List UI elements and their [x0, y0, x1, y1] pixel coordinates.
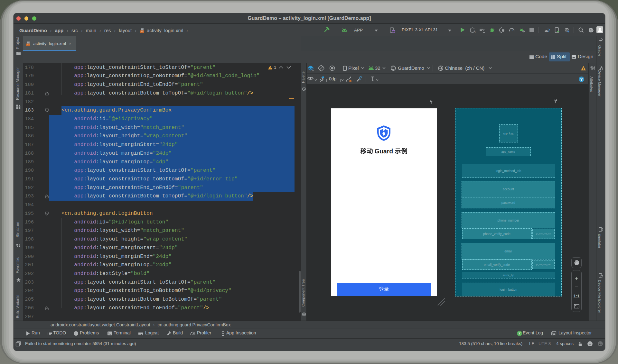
svg-text:<>: <> — [141, 31, 144, 33]
svg-text:A: A — [473, 30, 476, 33]
svg-text:<>: <> — [27, 44, 30, 46]
